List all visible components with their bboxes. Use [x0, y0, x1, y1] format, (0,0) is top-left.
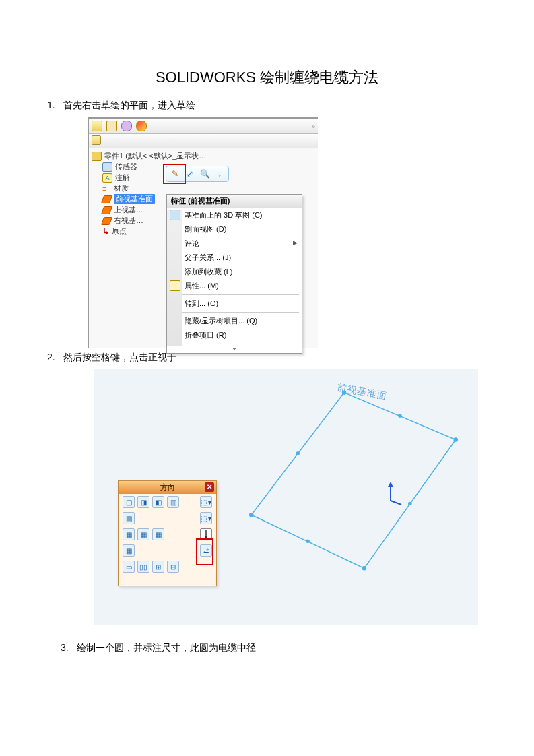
- cm-properties[interactable]: 属性... (M): [167, 279, 302, 293]
- feature-manager-tab-icon[interactable]: [92, 121, 102, 131]
- cm-section-view-label: 剖面视图 (D): [185, 225, 226, 233]
- separator: [170, 294, 299, 295]
- view-top-icon[interactable]: ▤: [123, 512, 135, 524]
- orientation-dialog: 方向 ✕ ◫ ◨ ◧ ▥ ⬚ ▤ ⬚ ▦ ▦ ▦: [118, 480, 217, 586]
- sketch-icon[interactable]: ✎: [169, 168, 181, 180]
- screenshot-2: 前视基准面 方向 ✕ ◫ ◨ ◧ ▥ ⬚ ▤ ⬚ ▦ ▦ ▦: [94, 369, 478, 625]
- right-plane-label: 右视基: [114, 216, 143, 226]
- zoom-icon[interactable]: 🔍: [199, 168, 211, 180]
- step-num-1: 1.: [47, 100, 61, 111]
- part-name: 零件1 (默认< <默认>_显示状…: [104, 151, 206, 161]
- part-icon: [92, 152, 102, 161]
- tree-material[interactable]: ≡ 材质: [92, 183, 315, 194]
- orientation-title-text: 方向: [160, 483, 175, 491]
- 3d-sketch-icon[interactable]: ⤢: [184, 168, 196, 180]
- view-right-icon[interactable]: ▥: [167, 496, 179, 508]
- svg-point-8: [296, 451, 300, 455]
- screenshot-1: » 零件1 (默认< <默认>_显示状… 传感器 A 注解 ≡ 材质: [88, 117, 318, 348]
- cm-goto[interactable]: 转到... (O): [167, 296, 302, 311]
- top-plane-label: 上视基: [114, 205, 143, 215]
- page-title: SOLIDWORKS 绘制缠绕电缆方法: [47, 67, 487, 88]
- mini-context-toolbar: ✎ ⤢ 🔍 ↓: [166, 166, 229, 182]
- svg-point-6: [408, 502, 412, 506]
- separator: [170, 312, 299, 313]
- svg-point-2: [454, 437, 459, 442]
- normal-to-icon[interactable]: ↓: [213, 168, 226, 180]
- view-bottom-icon[interactable]: ▦: [123, 544, 135, 557]
- material-icon: ≡: [102, 185, 111, 193]
- context-menu-title: 特征 (前视基准面): [167, 195, 302, 208]
- expand-tabs-icon[interactable]: »: [311, 123, 315, 130]
- sketch-plane-3d: [242, 389, 465, 571]
- property-tab-icon[interactable]: [106, 121, 117, 131]
- cm-parent-child[interactable]: 父子关系... (J): [167, 251, 302, 265]
- filter-bar: [89, 134, 318, 148]
- link-views-icon[interactable]: ⥄: [200, 544, 212, 557]
- close-icon[interactable]: ✕: [205, 482, 214, 492]
- step-2-text: 然后按空格键，点击正视于: [63, 352, 176, 363]
- plane-icon: [101, 206, 112, 214]
- cm-hide-show[interactable]: 隐藏/显示树项目... (Q): [167, 314, 302, 328]
- sketch-3d-icon: [170, 210, 180, 220]
- tree-part-root[interactable]: 零件1 (默认< <默认>_显示状…: [92, 151, 315, 162]
- chevron-down-icon: ⌄: [231, 342, 238, 352]
- front-plane-label: 前视基准面: [114, 194, 155, 204]
- view-back-icon[interactable]: ◨: [137, 496, 149, 508]
- cm-goto-label: 转到... (O): [185, 299, 218, 307]
- four-view-icon[interactable]: ⊞: [152, 561, 164, 573]
- orientation-cube-dropdown[interactable]: ⬚: [200, 496, 212, 508]
- svg-marker-10: [388, 482, 393, 487]
- origin-label: 原点: [112, 226, 127, 237]
- svg-line-11: [391, 501, 401, 505]
- svg-marker-0: [251, 393, 456, 569]
- step-num-3: 3.: [61, 642, 74, 653]
- cm-parent-child-label: 父子关系... (J): [185, 253, 231, 261]
- plane-icon: [101, 217, 112, 225]
- svg-point-3: [362, 566, 367, 571]
- sensors-label: 传感器: [115, 162, 137, 172]
- annotations-label: 注解: [115, 172, 130, 183]
- svg-point-7: [306, 540, 310, 544]
- plane-icon: [101, 195, 112, 203]
- new-view-dropdown[interactable]: ⬚: [200, 512, 212, 524]
- svg-point-4: [249, 513, 254, 517]
- view-iso-icon[interactable]: ▦: [123, 528, 135, 540]
- filter-icon[interactable]: [92, 135, 101, 145]
- cm-collapse[interactable]: 折叠项目 (R): [167, 328, 302, 342]
- svg-point-5: [398, 414, 402, 418]
- origin-icon: ↳: [102, 227, 109, 237]
- step-num-2: 2.: [47, 352, 61, 363]
- cm-add-favorite[interactable]: 添加到收藏 (L): [167, 265, 302, 279]
- cm-3d-sketch[interactable]: 基准面上的 3D 草图 (C): [167, 208, 302, 222]
- cm-properties-label: 属性... (M): [185, 282, 219, 290]
- step-3-text: 绘制一个圆，并标注尺寸，此圆为电缆中径: [77, 642, 256, 653]
- linked-view-icon[interactable]: ⊟: [167, 561, 179, 573]
- appearance-tab-icon[interactable]: [136, 121, 147, 131]
- single-view-icon[interactable]: ▭: [123, 561, 135, 573]
- cm-hide-show-label: 隐藏/显示树项目... (Q): [185, 317, 257, 325]
- properties-icon: [170, 280, 180, 291]
- panel-tabs: »: [89, 119, 318, 134]
- normal-to-icon[interactable]: [200, 528, 212, 540]
- plane-label-3d: 前视基准面: [336, 381, 388, 403]
- cm-add-favorite-label: 添加到收藏 (L): [185, 267, 233, 276]
- view-front-icon[interactable]: ◫: [123, 496, 135, 508]
- view-left-icon[interactable]: ◧: [152, 496, 164, 508]
- origin-triad-icon: [384, 480, 404, 507]
- view-dimetric-icon[interactable]: ▦: [137, 528, 149, 540]
- cm-comment[interactable]: 评论: [167, 237, 302, 251]
- svg-marker-13: [204, 536, 208, 538]
- orientation-title: 方向 ✕: [119, 481, 216, 494]
- context-menu: 特征 (前视基准面) 基准面上的 3D 草图 (C) 剖面视图 (D) 评论 父…: [166, 194, 302, 354]
- cm-3d-sketch-label: 基准面上的 3D 草图 (C): [185, 211, 263, 219]
- step-1: 1. 首先右击草绘的平面，进入草绘: [47, 100, 487, 112]
- sensors-icon: [102, 162, 112, 172]
- two-view-icon[interactable]: ▯▯: [137, 561, 149, 573]
- config-tab-icon[interactable]: [121, 121, 132, 131]
- context-menu-more[interactable]: ⌄: [167, 342, 302, 353]
- view-trimetric-icon[interactable]: ▦: [152, 528, 164, 540]
- material-label: 材质: [114, 183, 129, 193]
- annotations-icon: A: [102, 173, 112, 183]
- cm-comment-label: 评论: [185, 239, 199, 247]
- cm-section-view[interactable]: 剖面视图 (D): [167, 222, 302, 237]
